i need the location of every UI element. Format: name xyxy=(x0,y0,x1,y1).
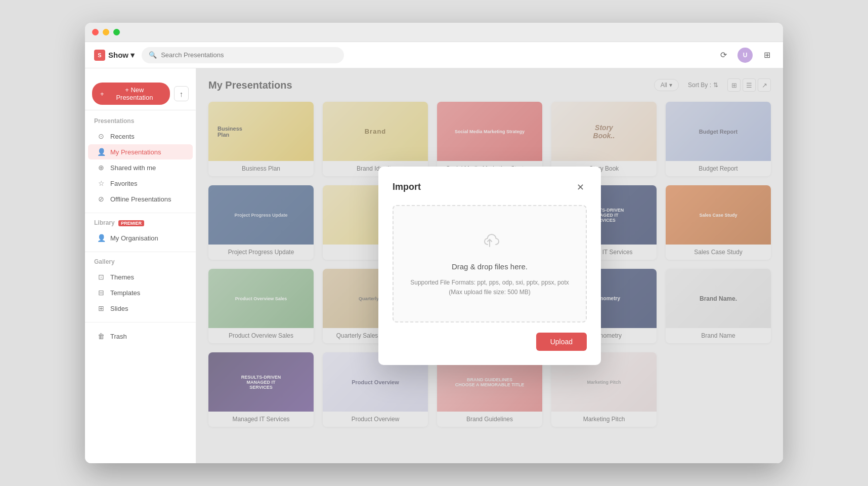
sidebar-item-templates[interactable]: ⊟ Templates xyxy=(88,285,193,300)
slides-icon: ⊞ xyxy=(97,304,105,312)
sidebar-divider-2 xyxy=(85,252,196,252)
modal-header: Import ✕ xyxy=(393,181,587,194)
my-presentations-label: My Presentations xyxy=(110,148,161,156)
org-icon: 👤 xyxy=(97,234,105,242)
upload-cloud-icon xyxy=(478,230,502,255)
themes-icon: ⊡ xyxy=(97,273,105,281)
app-logo[interactable]: S Show ▾ xyxy=(94,50,135,61)
plus-icon: + xyxy=(100,90,104,98)
star-icon: ☆ xyxy=(97,179,105,187)
main-content-wrapper: My Presentations All ▾ Sort By : ⇅ xyxy=(196,68,783,463)
import-modal: Import ✕ Drag & drop file xyxy=(378,167,601,365)
sidebar-item-slides[interactable]: ⊞ Slides xyxy=(88,301,193,316)
sidebar-divider-1 xyxy=(85,213,196,213)
drop-zone[interactable]: Drag & drop files here. Supported File F… xyxy=(393,205,587,322)
sidebar: + + New Presentation ↑ Presentations ⊙ R… xyxy=(85,68,196,463)
supported-formats: Supported File Formats: ppt, pps, odp, s… xyxy=(410,278,569,288)
app-window: S Show ▾ 🔍 ⟳ U ⊞ + + New Presentation xyxy=(85,23,783,463)
titlebar xyxy=(85,23,783,42)
sidebar-item-trash[interactable]: 🗑 Trash xyxy=(88,329,193,344)
search-icon: 🔍 xyxy=(149,51,157,59)
gallery-section-label: Gallery xyxy=(85,258,196,265)
topbar: S Show ▾ 🔍 ⟳ U ⊞ xyxy=(85,42,783,68)
new-pres-label: + New Presentation xyxy=(107,86,162,101)
topbar-right: ⟳ U ⊞ xyxy=(716,48,774,63)
trash-icon: 🗑 xyxy=(97,332,105,340)
upload-submit-button[interactable]: Upload xyxy=(536,333,587,351)
notifications-icon[interactable]: ⟳ xyxy=(716,48,730,62)
favorites-label: Favorites xyxy=(110,180,137,187)
sidebar-item-offline[interactable]: ⊘ Offline Presentations xyxy=(88,191,193,207)
trash-label: Trash xyxy=(110,333,127,340)
shared-label: Shared with me xyxy=(110,164,156,172)
org-label: My Organisation xyxy=(110,234,158,242)
grid-icon[interactable]: ⊞ xyxy=(760,48,774,62)
sidebar-item-shared[interactable]: ⊕ Shared with me xyxy=(88,160,193,175)
new-presentation-button[interactable]: + + New Presentation xyxy=(92,83,170,105)
sidebar-item-recents[interactable]: ⊙ Recents xyxy=(88,129,193,144)
sidebar-divider-3 xyxy=(85,322,196,322)
modal-overlay: Import ✕ Drag & drop file xyxy=(196,68,783,463)
drop-zone-text: Drag & drop files here. xyxy=(452,262,528,271)
search-bar: 🔍 xyxy=(142,47,344,63)
modal-footer: Upload xyxy=(393,333,587,351)
share-icon: ⊕ xyxy=(97,164,105,172)
modal-title: Import xyxy=(393,182,421,192)
user-icon: 👤 xyxy=(97,148,105,156)
logo-icon: S xyxy=(94,50,105,61)
content-area: + + New Presentation ↑ Presentations ⊙ R… xyxy=(85,68,783,463)
library-section-label: Library PREMIER xyxy=(85,219,196,226)
upload-button[interactable]: ↑ xyxy=(174,86,189,101)
new-pres-row: + + New Presentation ↑ xyxy=(85,77,196,110)
clock-icon: ⊙ xyxy=(97,132,105,140)
slides-label: Slides xyxy=(110,305,128,312)
offline-icon: ⊘ xyxy=(97,195,105,203)
templates-icon: ⊟ xyxy=(97,289,105,297)
offline-label: Offline Presentations xyxy=(110,195,171,203)
minimize-button[interactable] xyxy=(103,29,109,35)
app-name: Show ▾ xyxy=(108,51,135,60)
avatar[interactable]: U xyxy=(737,48,753,63)
templates-label: Templates xyxy=(110,289,140,297)
presentations-section-label: Presentations xyxy=(85,117,196,125)
themes-label: Themes xyxy=(110,273,134,281)
maximize-button[interactable] xyxy=(113,29,120,35)
sidebar-item-my-presentations[interactable]: 👤 My Presentations xyxy=(88,144,193,159)
premier-badge: PREMIER xyxy=(118,220,144,226)
close-button[interactable] xyxy=(92,29,99,35)
library-label-text: Library xyxy=(94,219,115,226)
sidebar-item-themes[interactable]: ⊡ Themes xyxy=(88,269,193,285)
max-size-text: (Max upload file size: 500 MB) xyxy=(410,288,569,297)
drop-zone-subtext: Supported File Formats: ppt, pps, odp, s… xyxy=(410,278,569,297)
search-input[interactable] xyxy=(161,51,337,59)
modal-close-button[interactable]: ✕ xyxy=(574,181,587,194)
recents-label: Recents xyxy=(110,133,135,140)
sidebar-item-favorites[interactable]: ☆ Favorites xyxy=(88,176,193,191)
sidebar-item-my-organisation[interactable]: 👤 My Organisation xyxy=(88,230,193,246)
